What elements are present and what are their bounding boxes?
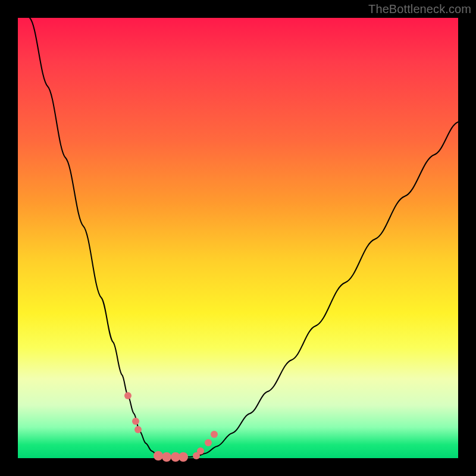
data-marker <box>178 452 188 462</box>
chart-frame: TheBottleneck.com <box>0 0 476 476</box>
data-marker <box>162 452 171 462</box>
data-marker <box>154 451 163 461</box>
data-marker <box>197 447 204 455</box>
data-marker <box>132 418 139 425</box>
markers-group <box>124 392 218 462</box>
plot-area <box>18 18 458 458</box>
right-curve <box>184 122 458 457</box>
left-curve <box>30 18 164 457</box>
data-marker <box>205 439 212 446</box>
data-marker <box>134 426 142 433</box>
chart-svg <box>18 18 458 458</box>
data-marker <box>211 431 218 438</box>
data-marker <box>124 392 131 399</box>
watermark-text: TheBottleneck.com <box>368 2 471 16</box>
